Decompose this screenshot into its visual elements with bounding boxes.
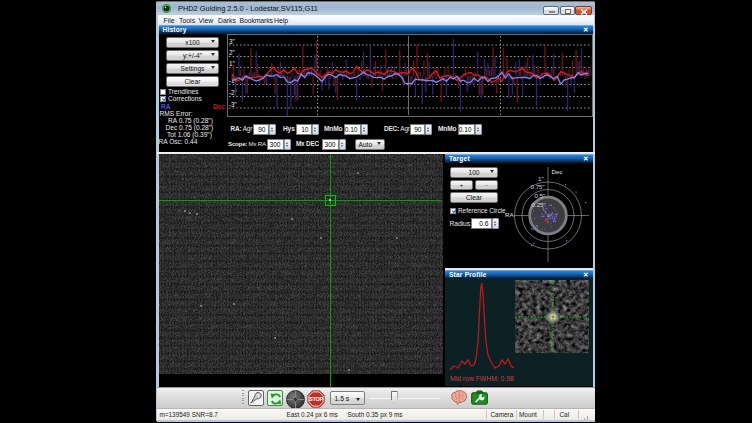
svg-text:1": 1" [538,175,544,182]
svg-text:RA: RA [505,211,514,218]
svg-text:Dec: Dec [552,168,563,175]
svg-text:Mid row FWHM: 0.98: Mid row FWHM: 0.98 [450,375,514,382]
svg-text:0.75": 0.75" [531,183,545,190]
svg-text:0.5": 0.5" [535,192,546,199]
svg-text:STOP: STOP [309,396,323,402]
svg-text:2": 2" [229,49,235,56]
svg-text:0.25": 0.25" [532,201,546,208]
svg-text:3": 3" [229,38,235,45]
svg-text:-3": -3" [229,101,237,108]
